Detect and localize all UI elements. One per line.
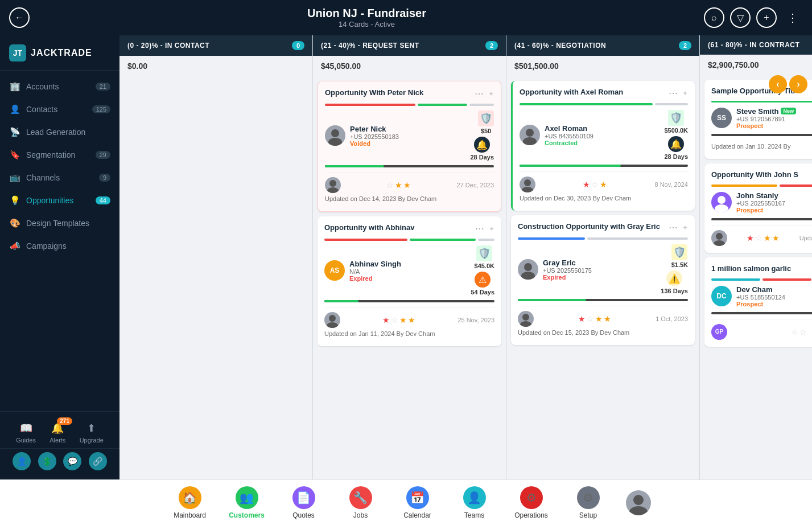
progress-track-peter [325,165,494,167]
contact-info-sample: SS Steve Smith New +US 9120567891 Prospe… [711,107,796,129]
card-abhinav[interactable]: Opportunity with Abhinav ⋯ ✦ [318,216,501,346]
progress-fill-abhinav [324,300,358,302]
svg-point-5 [327,322,338,328]
channels-icon: 📺 [9,172,20,183]
card-gray-eric[interactable]: Construction Opportunity with Gray Eric … [511,215,695,345]
shield-gray: 🛡️ $1.5K [671,244,688,268]
sidebar-item-accounts[interactable]: 🏢 Accounts 21 [0,75,119,98]
star1-john: ★ [747,233,754,243]
card-title-john: Opportunity With John S [711,170,812,180]
dollar-icon[interactable]: 💲 [38,452,56,470]
logo-icon: JT [9,44,26,61]
sidebar-bottom: 📖 Guides 🔔 271 Alerts ⬆ Upgrade 👤 [0,411,119,479]
card-menu-peter[interactable]: ⋯ [472,88,486,99]
card-menu-axel[interactable]: ⋯ [666,88,680,99]
column-cards-1 [119,76,312,479]
sidebar-item-campaigns[interactable]: 📣 Campaigns [0,235,119,257]
card-john-stanly[interactable]: Opportunity With John S [704,163,812,253]
card-drag-peter: ✦ [488,90,494,98]
contact-name-abhinav: Abhinav Singh [349,260,401,268]
user-icon[interactable]: 👤 [13,452,31,470]
svg-point-1 [328,138,342,146]
tab-setup[interactable]: ⚙ Setup [560,482,617,524]
card-progress-axel [520,103,688,105]
share-icon[interactable]: 🔗 [89,452,107,470]
contact-status-abhinav: Expired [349,275,401,282]
contact-status-salmon: Prospect [736,301,785,307]
tab-operations[interactable]: ⚙ Operations [503,482,560,524]
contact-name-peter: Peter Nick [350,125,399,133]
channels-label: Channels [26,173,60,182]
update-text-sample: Updated on Jan 10, 2024 By [711,141,812,152]
guides-icon: 📖 [20,422,32,434]
prev-arrow[interactable]: ‹ [769,75,787,93]
card-title-peter: Opportunity With Peter Nick [325,88,472,98]
quotes-label: Quotes [292,511,315,519]
sidebar-item-contacts[interactable]: 👤 Contacts 125 [0,98,119,121]
sidebar-item-design-templates[interactable]: 🎨 Design Templates [0,212,119,235]
card-axel-roman[interactable]: Opportunity with Axel Roman ⋯ ✦ [511,81,695,211]
shield-axel: 🛡️ $500.0K [664,110,688,134]
channels-badge: 9 [99,174,110,182]
tab-mainboard[interactable]: 🏠 Mainboard [162,482,219,524]
progress-bar-red-salmon [762,278,811,281]
footer-avatar-john [711,230,727,246]
sidebar-item-channels[interactable]: 📺 Channels 9 [0,166,119,189]
tab-customers[interactable]: 👥 Customers [219,482,275,524]
shield-icon-peter: 🛡️ [478,110,494,126]
search-button[interactable]: ⌕ [704,7,724,28]
segmentation-icon: 🔖 [9,149,20,161]
campaigns-label: Campaigns [26,241,67,251]
svg-point-7 [523,137,537,145]
shield-peter: 🛡️ $50 [478,110,494,134]
contact-phone-abhinav: N/A [349,268,401,275]
chat-icon[interactable]: 💬 [63,452,81,470]
card-title-abhinav: Opportunity with Abhinav [324,223,473,233]
card-title-salmon: 1 million salmon garlic [711,264,812,274]
card-menu-gray[interactable]: ⋯ [666,222,680,233]
tab-jobs[interactable]: 🔧 Jobs [332,482,389,524]
alerts-badge: 271 [57,417,72,425]
avatar-axel [520,125,540,145]
upgrade-button[interactable]: ⬆ Upgrade [80,422,104,444]
tab-calendar[interactable]: 📅 Calendar [389,482,446,524]
card-date-abhinav: 25 Nov, 2023 [457,317,494,323]
add-button[interactable]: + [756,7,777,28]
card-right-abhinav: 🛡️ $45.0K ⚠ 54 Days [471,245,494,296]
guides-button[interactable]: 📖 Guides [16,422,36,444]
avatar-peter [325,125,345,146]
next-arrow[interactable]: › [789,75,807,93]
user-avatar-bottom[interactable] [626,490,651,515]
card-right-gray: 🛡️ $1.5K ⚠️ 136 Days [661,244,688,294]
update-text-peter: Updated on Dec 14, 2023 By Dev Cham [325,193,494,204]
contact-details-axel: Axel Roman +US 8435550109 Contracted [545,124,593,146]
column-title-2: (21 - 40)% - REQUEST SENT [321,42,419,50]
filter-button[interactable]: ▽ [730,7,751,28]
alerts-button[interactable]: 🔔 271 Alerts [50,422,65,444]
contact-phone-gray: +US 2025550175 [543,267,592,274]
contact-info-axel: Axel Roman +US 8435550109 Contracted [520,124,593,146]
teams-icon: 👤 [463,486,486,509]
contact-details-john: John Stanly +US 2025550167 Prospect [736,191,785,214]
shield-price-peter: $50 [481,128,491,134]
sidebar-item-lead-generation[interactable]: 📡 Lead Generation [0,121,119,143]
days-abhinav: ⚠ 54 Days [471,272,494,296]
more-button[interactable]: ⋮ [782,7,803,28]
upgrade-label: Upgrade [80,437,104,444]
card-menu-abhinav[interactable]: ⋯ [473,223,487,234]
tab-teams[interactable]: 👤 Teams [446,482,503,524]
card-progress-abhinav [324,239,494,241]
card-peter-nick[interactable]: Opportunity With Peter Nick ⋯ ✦ [318,81,501,212]
tab-quotes[interactable]: 📄 Quotes [275,482,332,524]
progress-track-gray [518,299,688,301]
sidebar-item-opportunities[interactable]: 💡 Opportunities 44 [0,189,119,212]
contact-row-john: John Stanly +US 2025550167 Prospect [711,191,812,214]
back-button[interactable]: ← [9,7,30,28]
star3-gray: ★ [595,314,603,323]
progress-bar-red-abhinav [324,239,407,241]
card-salmon-garlic[interactable]: 1 million salmon garlic DC [704,257,812,347]
contact-status-john: Prospect [736,207,785,214]
card-footer-peter: ☆ ★ ★ 27 Dec, 2023 [325,172,494,193]
days-num-axel: 28 Days [664,153,688,160]
sidebar-item-segmentation[interactable]: 🔖 Segmentation 29 [0,143,119,166]
